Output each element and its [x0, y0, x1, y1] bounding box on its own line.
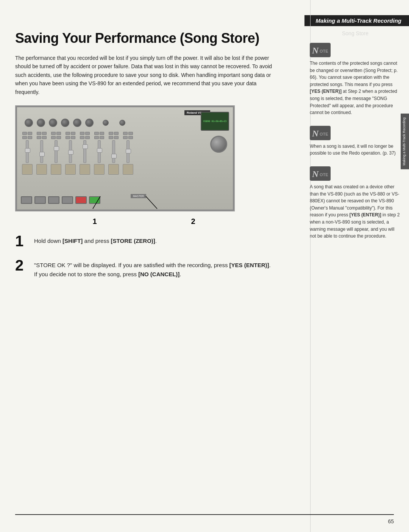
svg-text:OTE: OTE: [320, 132, 328, 136]
note-3-header: N OTE: [310, 166, 401, 181]
svg-text:N: N: [312, 169, 319, 179]
image-label-1: 1: [92, 217, 97, 226]
fader-ch-5: [78, 132, 91, 175]
svg-text:OTE: OTE: [320, 172, 328, 177]
main-content: Saving Your Performance (Song Store) The…: [15, 30, 273, 288]
fader-ch-8: [122, 132, 134, 175]
svg-line-0: [93, 196, 100, 209]
note-box-3: N OTE A song that was created on a devic…: [310, 166, 401, 240]
transport-btn-2: [34, 196, 46, 204]
svg-text:N: N: [312, 45, 319, 55]
fader-ch-4: [64, 132, 77, 175]
bottom-line: [15, 514, 394, 515]
main-dial: [210, 136, 227, 153]
step-2-text: "STORE OK ?" will be displayed. If you a…: [34, 258, 273, 279]
side-tab-text: Making a Multi-Track Recording: [402, 117, 406, 166]
note-1-header: N OTE: [310, 42, 401, 58]
knob-small-2: [119, 120, 125, 126]
knob-2: [37, 119, 45, 127]
display-screen: VS890 01>36>85>23: [201, 112, 229, 131]
svg-line-1: [146, 196, 157, 209]
note-3-icon: N OTE: [310, 166, 331, 181]
faded-header: Song Store: [310, 30, 401, 36]
step-1-number: 1: [15, 233, 27, 249]
step-1: 1 Hold down [SHIFT] and press [STORE (ZE…: [15, 233, 273, 249]
transport-btn-1: [21, 196, 32, 204]
fader-ch-1: [21, 132, 34, 175]
intro-paragraph: The performance that you recorded will b…: [15, 54, 273, 96]
note-1-yes: [YES (ENTER)]: [310, 89, 342, 94]
note-3-text: A song that was created on a device othe…: [310, 183, 401, 240]
note-2-header: N OTE: [310, 125, 401, 141]
step-1-text: Hold down [SHIFT] and press [STORE (ZERO…: [34, 233, 157, 246]
fader-ch-6: [93, 132, 106, 175]
note-2-text: When a song is saved, it will no longer …: [310, 143, 401, 157]
step-2-number: 2: [15, 258, 27, 273]
page-container: Making a Multi-Track Recording Making a …: [0, 0, 409, 532]
step-2-no: [NO (CANCEL)]: [138, 271, 180, 277]
fader-ch-2: [35, 132, 48, 175]
transport-btn-3: [48, 196, 59, 204]
header-title: Making a Multi-Track Recording: [316, 17, 401, 24]
note-1-text: The contents of the protected songs cann…: [310, 60, 401, 116]
image-numbers: 1 2: [68, 217, 220, 226]
faded-title-text: Song Store: [342, 30, 368, 36]
device-image: Roland VS-890: [15, 105, 235, 211]
svg-text:OTE: OTE: [320, 49, 328, 53]
fader-ch-3: [50, 132, 62, 175]
side-tab: Making a Multi-Track Recording: [401, 114, 409, 169]
page-number: 65: [388, 518, 394, 524]
note-box-1: N OTE The contents of the protected song…: [310, 42, 401, 116]
step-2: 2 "STORE OK ?" will be displayed. If you…: [15, 258, 273, 279]
note-2-icon: N OTE: [310, 125, 331, 141]
display-text: VS890 01>36>85>23: [203, 120, 226, 122]
knob-5: [73, 119, 81, 127]
right-sidebar: Song Store N OTE The contents of the pro…: [310, 30, 401, 249]
knob-3: [49, 119, 57, 127]
page-title: Saving Your Performance (Song Store): [15, 30, 273, 46]
note-1-icon: N OTE: [310, 42, 331, 58]
image-label-2: 2: [191, 217, 195, 226]
note-3-yes: [YES (ENTER)]: [350, 212, 381, 217]
knobs-row: [25, 119, 125, 127]
step-2-yes: [YES (ENTER)]: [229, 262, 269, 268]
knob-1: [25, 119, 33, 127]
svg-text:N: N: [312, 128, 319, 138]
faders-area: [21, 132, 134, 175]
step-1-store: [STORE (ZERO)]: [111, 238, 155, 244]
device-body: Roland VS-890: [16, 106, 234, 211]
device-arrows-svg: [70, 194, 184, 210]
knob-6: [85, 119, 94, 127]
header-bar: Making a Multi-Track Recording: [304, 15, 409, 26]
fader-ch-7: [107, 132, 120, 175]
knob-4: [61, 119, 69, 127]
knob-small-1: [103, 120, 109, 126]
step-1-shift: [SHIFT]: [62, 238, 83, 244]
note-box-2: N OTE When a song is saved, it will no l…: [310, 125, 401, 157]
